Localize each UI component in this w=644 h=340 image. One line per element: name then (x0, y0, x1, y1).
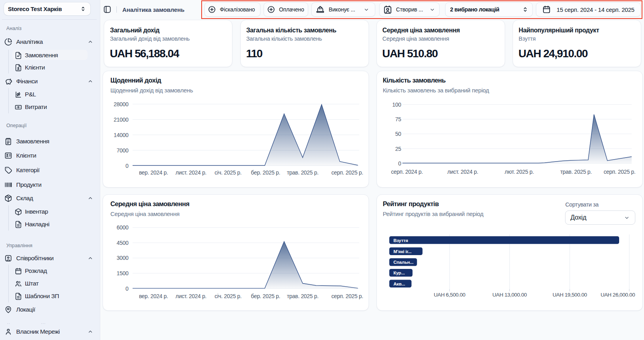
svg-text:лист. 2024 р.: лист. 2024 р. (176, 169, 206, 176)
svg-text:лют. 2025 р.: лют. 2025 р. (505, 168, 534, 175)
svg-text:бер. 2025 р.: бер. 2025 р. (251, 293, 280, 299)
svg-text:трав. 2025 р.: трав. 2025 р. (287, 293, 318, 299)
svg-text:25: 25 (395, 145, 401, 152)
svg-text:0: 0 (125, 285, 129, 291)
svg-text:0: 0 (398, 160, 401, 166)
svg-text:UAH 13,000.00: UAH 13,000.00 (492, 292, 527, 298)
svg-text:28000: 28000 (114, 101, 129, 107)
svg-text:Взуття: Взуття (393, 238, 408, 242)
svg-text:трав. 2025 р.: трав. 2025 р. (560, 168, 592, 175)
svg-text:21000: 21000 (114, 116, 129, 122)
svg-text:січ. 2025 р.: січ. 2025 р. (215, 293, 242, 299)
svg-text:серп. 2024 р.: серп. 2024 р. (391, 168, 423, 175)
svg-text:UAH 19,500.00: UAH 19,500.00 (553, 292, 587, 298)
svg-text:Кур...: Кур... (393, 270, 405, 275)
svg-text:лист. 2024 р.: лист. 2024 р. (447, 168, 478, 175)
svg-text:лист. 2024 р.: лист. 2024 р. (176, 293, 206, 299)
svg-text:3000: 3000 (117, 255, 129, 261)
svg-text:трав. 2025 р.: трав. 2025 р. (287, 169, 318, 176)
svg-text:50: 50 (395, 131, 401, 137)
svg-text:Акв...: Акв... (393, 281, 405, 286)
svg-text:75: 75 (395, 116, 401, 122)
svg-text:вер. 2024 р.: вер. 2024 р. (139, 293, 168, 299)
svg-text:М’які іг...: М’які іг... (393, 249, 412, 254)
svg-text:серп. 2025 р.: серп. 2025 р. (331, 169, 363, 176)
svg-text:січ. 2025 р.: січ. 2025 р. (215, 169, 242, 176)
svg-text:0: 0 (125, 162, 129, 169)
svg-text:4500: 4500 (117, 239, 129, 246)
svg-text:100: 100 (392, 101, 401, 107)
svg-text:Спальн...: Спальн... (393, 260, 414, 265)
svg-text:UAH 26,000.00: UAH 26,000.00 (601, 292, 635, 298)
svg-text:вер. 2024 р.: вер. 2024 р. (139, 169, 168, 176)
svg-text:7000: 7000 (117, 147, 129, 153)
svg-text:14000: 14000 (114, 131, 129, 138)
svg-text:серп. 2025 р.: серп. 2025 р. (331, 293, 363, 299)
svg-text:UAH 6,500.00: UAH 6,500.00 (434, 292, 466, 298)
svg-text:6000: 6000 (117, 224, 129, 231)
svg-text:бер. 2025 р.: бер. 2025 р. (251, 169, 280, 176)
svg-text:серп. 2025 р.: серп. 2025 р. (604, 168, 636, 175)
svg-text:1500: 1500 (117, 270, 129, 276)
